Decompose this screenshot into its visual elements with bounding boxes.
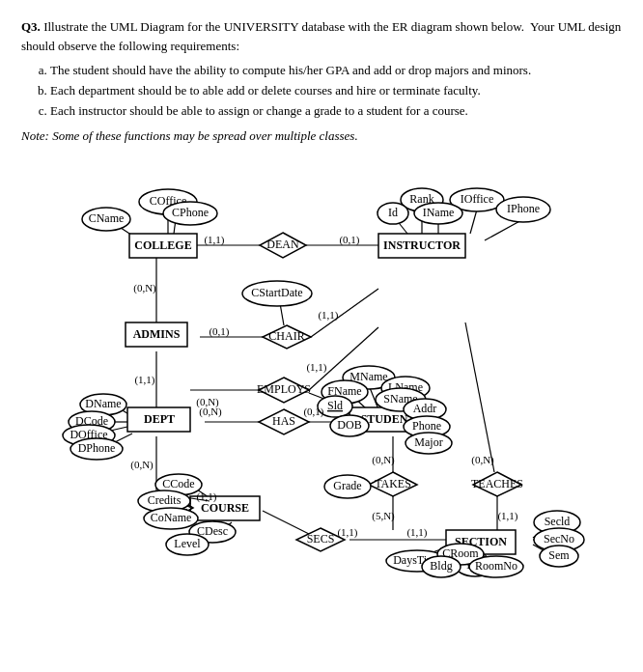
iname-label: IName	[423, 206, 455, 219]
secno-label: SecNo	[544, 532, 574, 546]
grade-label: Grade	[333, 479, 361, 492]
instructor-label: INSTRUCTOR	[383, 238, 461, 252]
ccode-label: CCode	[162, 477, 194, 490]
cphone-label: CPhone	[172, 206, 209, 219]
sem-label: Sem	[548, 548, 570, 562]
card-has-student: (0,1)	[303, 406, 323, 418]
level-label: Level	[174, 537, 201, 550]
card-dean-instructor: (0,1)	[339, 234, 359, 246]
cname-label: CName	[89, 211, 125, 225]
requirements-list: The student should have the ability to c…	[50, 61, 622, 121]
card-chair-instructor: (1,1)	[318, 309, 338, 322]
has-label: HAS	[272, 414, 295, 428]
id-label: Id	[388, 206, 398, 219]
q-label: Q3.	[21, 19, 41, 34]
dob-label: DOB	[337, 418, 361, 432]
credits-label: Credits	[148, 493, 182, 507]
employs-label: EMPLOYS	[257, 382, 311, 396]
dphone-label: DPhone	[78, 441, 116, 455]
card-dept-offers: (0,N)	[130, 459, 154, 471]
card-secs-section: (1,1)	[406, 526, 427, 539]
phone-label: Phone	[412, 419, 441, 433]
coname-label: CoName	[151, 511, 192, 524]
cdesc-label: CDesc	[197, 524, 228, 538]
card-student-takes: (0,N)	[372, 454, 395, 466]
card-employs-instructor: (1,1)	[306, 361, 326, 374]
card-dept-has: (0,N)	[199, 406, 222, 418]
roomno-label: RoomNo	[475, 559, 517, 573]
note-text: Note: Some of these functions may be spr…	[21, 128, 622, 144]
college-label: COLLEGE	[134, 238, 191, 252]
sid-label: Sld	[327, 399, 343, 412]
card-college-admins: (0,N)	[133, 282, 156, 294]
svg-line-23	[470, 210, 477, 234]
course-label: COURSE	[201, 501, 249, 515]
cstartdate-label: CStartDate	[251, 286, 302, 299]
major-label: Major	[414, 435, 442, 449]
dname-label: DName	[85, 397, 121, 410]
card-college-dean: (1,1)	[204, 234, 224, 246]
question-text: Q3. Illustrate the UML Diagram for the U…	[21, 17, 622, 55]
card-secs-course: (1,1)	[337, 526, 357, 539]
card-teaches-section: (1,1)	[497, 510, 517, 522]
req-b: Each department should be to able add or…	[50, 81, 622, 101]
req-a: The student should have the ability to c…	[50, 61, 622, 81]
secs-label: SECS	[307, 532, 335, 546]
er-diagram: COLLEGE INSTRUCTOR ADMINS DEPT STUDENT C…	[21, 154, 622, 569]
svg-line-16	[465, 322, 494, 472]
teaches-label: TEACHES	[471, 477, 523, 490]
secid-label: Secld	[545, 515, 571, 528]
req-c: Each instructor should be able to assign…	[50, 101, 622, 122]
card-offers-course: (1,1)	[196, 490, 216, 503]
iphone-label: IPhone	[507, 202, 540, 215]
ioffice-label: IOffice	[461, 192, 493, 206]
dean-label: DEAN	[266, 238, 299, 251]
card-instructor-teaches: (0,N)	[471, 454, 494, 466]
card-takes-secs: (5,N)	[372, 510, 395, 522]
card-admins-dept: (1,1)	[134, 374, 154, 386]
dept-label: DEPT	[144, 412, 175, 426]
addr-label: Addr	[413, 402, 437, 415]
card-admins-chair: (0,1)	[209, 325, 229, 338]
admins-label: ADMINS	[133, 327, 181, 341]
chair-label: CHAIR	[268, 329, 304, 343]
q-body: Illustrate the UML Diagram for the UNIVE…	[21, 19, 621, 53]
bldg-label: Bldg	[430, 559, 452, 573]
takes-label: TAKES	[375, 477, 411, 490]
